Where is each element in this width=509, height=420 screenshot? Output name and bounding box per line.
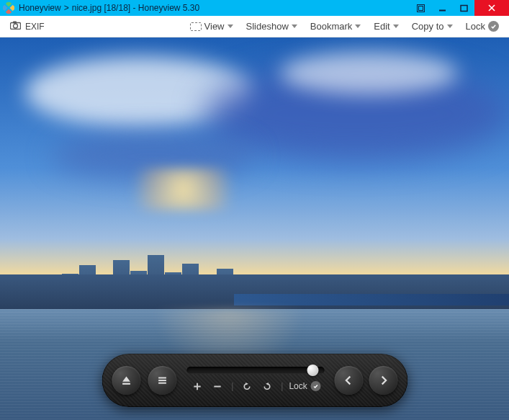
copy-to-label: Copy to [412, 21, 444, 32]
chevron-down-icon [292, 24, 297, 28]
svg-rect-5 [418, 6, 423, 10]
check-circle-icon [311, 381, 321, 391]
slideshow-menu[interactable]: Slideshow [243, 21, 300, 32]
svg-rect-17 [158, 383, 166, 384]
lock-mini-label: Lock [289, 381, 307, 391]
chevron-down-icon [355, 24, 361, 28]
floating-control-bar: | | Lock [102, 354, 407, 407]
check-circle-icon [488, 21, 499, 32]
exif-button[interactable]: EXIF [10, 21, 45, 32]
svg-rect-7 [461, 5, 467, 11]
zoom-in-button[interactable] [189, 378, 205, 394]
popup-button[interactable] [410, 0, 431, 16]
svg-rect-0 [6, 2, 12, 7]
title-version: Honeyview 5.30 [138, 3, 199, 13]
title-app-name: Honeyview [19, 3, 61, 13]
svg-rect-14 [122, 383, 130, 385]
camera-icon [10, 21, 21, 32]
view-label: View [204, 21, 225, 32]
svg-rect-11 [13, 22, 17, 24]
chevron-down-icon [228, 24, 233, 28]
exif-label: EXIF [25, 22, 45, 32]
svg-rect-3 [6, 9, 12, 14]
rotate-right-button[interactable] [259, 378, 275, 394]
rotate-left-button[interactable] [239, 378, 255, 394]
lock-label: Lock [466, 21, 485, 32]
edit-menu[interactable]: Edit [371, 21, 401, 32]
chevron-down-icon [393, 24, 399, 28]
window-controls [410, 0, 509, 16]
maximize-button[interactable] [453, 0, 474, 16]
title-file-name: nice.jpg [72, 3, 102, 13]
zoom-out-button[interactable] [210, 378, 225, 394]
close-button[interactable] [474, 0, 509, 16]
chevron-down-icon [447, 24, 453, 28]
svg-rect-16 [158, 380, 166, 381]
title-dash: - [130, 3, 138, 13]
app-logo-icon [3, 2, 14, 14]
eject-button[interactable] [112, 366, 140, 395]
slideshow-label: Slideshow [246, 21, 289, 32]
svg-rect-1 [9, 5, 14, 11]
svg-point-12 [14, 24, 18, 28]
bookmark-label: Bookmark [310, 21, 353, 32]
slider-thumb[interactable] [307, 365, 318, 376]
minimize-button[interactable] [431, 0, 453, 16]
title-counter: [18/18] [104, 3, 130, 13]
title-separator: > [64, 3, 69, 13]
next-button[interactable] [369, 366, 397, 395]
edit-label: Edit [374, 21, 389, 32]
separator: | [231, 381, 233, 391]
image-viewer[interactable]: | | Lock [0, 37, 509, 420]
bookmark-menu[interactable]: Bookmark [307, 21, 364, 32]
svg-rect-2 [3, 5, 8, 11]
svg-rect-15 [158, 377, 166, 379]
lock-toggle-mini[interactable]: Lock [289, 381, 320, 391]
menu-button[interactable] [148, 366, 176, 395]
previous-button[interactable] [334, 366, 363, 395]
copy-to-menu[interactable]: Copy to [409, 21, 456, 32]
separator: | [281, 381, 283, 391]
menubar: EXIF View Slideshow Bookmark Edit Copy t… [0, 16, 509, 37]
view-menu[interactable]: View [187, 21, 236, 32]
titlebar: Honeyview > nice.jpg [18/18] - Honeyview… [0, 0, 509, 16]
svg-marker-21 [246, 382, 248, 385]
progress-slider[interactable] [186, 367, 324, 374]
lock-toggle[interactable]: Lock [463, 21, 502, 32]
svg-marker-13 [122, 377, 130, 382]
svg-marker-22 [266, 382, 269, 385]
view-icon [190, 22, 202, 31]
